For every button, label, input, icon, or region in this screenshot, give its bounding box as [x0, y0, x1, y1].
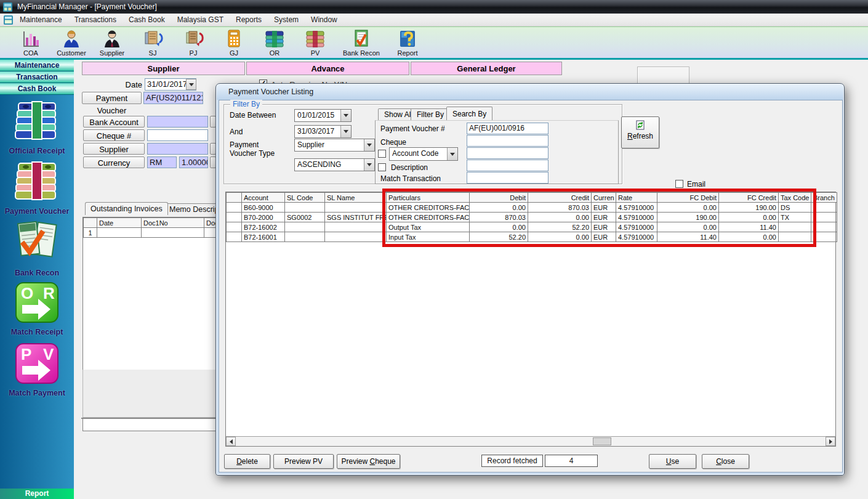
report-icon — [397, 29, 418, 49]
sidebar-item-label: Match Payment — [0, 389, 74, 397]
panel-divider — [81, 418, 224, 419]
toolbar-supplier-button[interactable]: Supplier — [95, 27, 129, 57]
account-code-checkbox[interactable] — [378, 150, 386, 158]
cheque-number-input[interactable] — [147, 129, 208, 141]
form-tab-general-ledger[interactable]: General Ledger — [411, 62, 562, 75]
scrollbar-thumb[interactable] — [593, 437, 611, 445]
sales-journal-icon — [142, 29, 163, 49]
toolbar-coa-button[interactable]: COA — [14, 27, 48, 57]
invoice-row[interactable]: 1 — [84, 228, 223, 238]
sidebar-nav-transaction[interactable]: Transaction — [0, 71, 74, 83]
toolbar-customer-button[interactable]: Customer — [54, 27, 89, 57]
sidebar-item-match-payment[interactable]: P V Match Payment — [0, 341, 74, 397]
chevron-down-icon — [340, 110, 351, 121]
chevron-down-icon — [447, 148, 457, 160]
pv-number-input[interactable]: AF(EU)001/0916 — [467, 123, 549, 134]
invoice-col-doc1no: Doc1No — [142, 218, 204, 228]
use-button[interactable]: Use — [649, 454, 696, 469]
bank-account-input[interactable] — [147, 116, 208, 128]
currency-rate-input[interactable]: 1.0000000 — [179, 156, 208, 168]
bank-account-button[interactable]: Bank Account — [83, 116, 145, 128]
currency-button[interactable]: Currency — [83, 156, 145, 168]
date-and-combo[interactable]: 31/03/2017 — [294, 125, 352, 138]
table-row[interactable]: B72-16002 Output Tax0.00 52.20EUR 4.5791… — [227, 222, 837, 232]
pv-type-label-line1: Payment — [230, 140, 259, 149]
svg-text:P: P — [21, 345, 31, 363]
cheque-number-button[interactable]: Cheque # — [83, 129, 145, 141]
date-dropdown-button[interactable] — [186, 79, 196, 90]
calculator-icon — [223, 29, 244, 49]
preview-cheque-button[interactable]: Preview Cheque — [337, 454, 400, 469]
supplier-input[interactable] — [147, 143, 208, 155]
menu-cash-book[interactable]: Cash Book — [123, 14, 171, 26]
scroll-right-icon[interactable] — [826, 437, 835, 446]
menu-reports[interactable]: Reports — [230, 14, 268, 26]
pv-type-combo[interactable]: Supplier — [294, 139, 375, 152]
scroll-left-icon[interactable] — [226, 437, 236, 446]
sidebar-item-match-receipt[interactable]: O R Match Receipt — [0, 280, 74, 336]
date-label: Date — [120, 80, 142, 89]
match-transaction-input[interactable] — [467, 172, 549, 184]
table-row[interactable]: B70-2000 SG0002SGS INSTITUT FRE OTHER CR… — [227, 213, 837, 222]
account-code-input[interactable] — [467, 147, 549, 159]
sidebar-item-label: Bank Recon — [0, 269, 74, 277]
chevron-down-icon — [364, 159, 374, 171]
sidebar: Maintenance Transaction Cash Book Offici… — [0, 60, 74, 499]
menu-malaysia-gst[interactable]: Malaysia GST — [171, 14, 230, 26]
toolbar-pj-button[interactable]: PJ — [176, 27, 211, 57]
money-bundle-green-icon — [12, 158, 62, 204]
tab-outstanding-invoices[interactable]: Outstanding Invoices — [85, 202, 168, 215]
description-checkbox[interactable] — [378, 163, 386, 171]
chevron-down-icon — [364, 139, 374, 151]
menu-bar: Maintenance Transactions Cash Book Malay… — [0, 14, 868, 26]
supplier-button[interactable]: Supplier — [83, 143, 145, 155]
pv-type-label-line2: Voucher Type — [230, 149, 275, 158]
refresh-button[interactable]: Refresh — [621, 116, 659, 148]
delete-button[interactable]: Delete — [224, 454, 270, 469]
sort-order-combo[interactable]: ASCENDING — [294, 158, 375, 171]
horizontal-scrollbar[interactable] — [226, 436, 835, 446]
listing-table[interactable]: Account SL Code SL Name Particulars Debi… — [225, 192, 836, 447]
email-checkbox[interactable] — [675, 180, 683, 188]
title-bar: MyFinancial Manager - [Payment Voucher] — [0, 0, 868, 14]
table-row[interactable]: B60-9000 OTHER CREDITORS-FACTO0.00 870.0… — [227, 203, 837, 213]
refresh-icon — [635, 120, 645, 130]
tab-search-by[interactable]: Search By — [446, 107, 492, 120]
toolbar-pv-button[interactable]: PV — [298, 27, 332, 57]
payment-voucher-button[interactable]: Payment Voucher — [82, 92, 142, 104]
money-bundle-blue-icon — [12, 98, 62, 144]
menu-transactions[interactable]: Transactions — [68, 14, 123, 26]
toolbar-gj-button[interactable]: GJ — [217, 27, 251, 57]
table-row[interactable]: B72-16001 Input Tax52.20 0.00EUR 4.57910… — [227, 232, 837, 242]
svg-text:R: R — [43, 284, 55, 302]
description-input[interactable] — [467, 160, 549, 171]
child-window-icon[interactable] — [3, 15, 14, 25]
menu-system[interactable]: System — [268, 14, 305, 26]
account-code-combo[interactable]: Account Code — [389, 147, 458, 161]
dialog-title: Payment Voucher Listing — [216, 84, 844, 100]
sidebar-item-official-receipt[interactable]: Official Receipt — [0, 98, 74, 155]
menu-maintenance[interactable]: Maintenance — [14, 14, 68, 26]
tab-filter-by[interactable]: Filter By — [411, 108, 450, 120]
sidebar-report-button[interactable]: Report — [0, 489, 74, 499]
sidebar-nav-cash-book[interactable]: Cash Book — [0, 83, 74, 95]
sidebar-item-payment-voucher[interactable]: Payment Voucher — [0, 158, 74, 216]
payment-voucher-input[interactable]: AF(US2)011/1216 — [143, 92, 203, 104]
toolbar-sj-button[interactable]: SJ — [135, 27, 170, 57]
chevron-down-icon — [340, 126, 351, 137]
form-tab-supplier[interactable]: Supplier — [82, 62, 245, 75]
currency-code-input[interactable]: RM — [147, 156, 177, 168]
close-button[interactable]: Close — [702, 454, 749, 469]
sidebar-nav-maintenance[interactable]: Maintenance — [0, 60, 74, 71]
form-tab-advance[interactable]: Advance — [246, 62, 409, 75]
date-between-combo[interactable]: 01/01/2015 — [294, 109, 352, 122]
preview-pv-button[interactable]: Preview PV — [273, 454, 334, 469]
sidebar-item-bank-recon[interactable]: Bank Recon — [0, 219, 74, 277]
toolbar-report-button[interactable]: Report — [390, 27, 425, 57]
cheque-search-input[interactable] — [467, 135, 549, 147]
email-label: Email — [687, 180, 705, 189]
sidebar-item-label: Official Receipt — [0, 147, 74, 155]
menu-window[interactable]: Window — [305, 14, 344, 26]
toolbar-or-button[interactable]: OR — [257, 27, 292, 57]
toolbar-bank-recon-button[interactable]: Bank Recon — [339, 27, 384, 57]
